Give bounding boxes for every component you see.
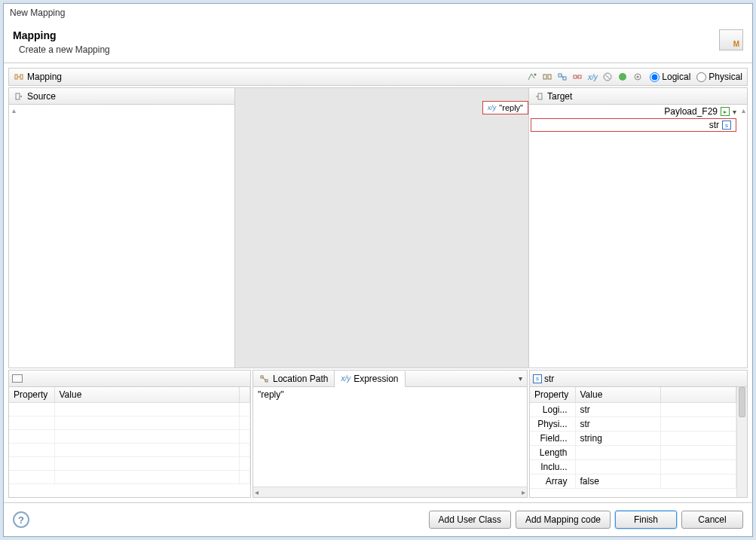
left-panel-body: Property Value [9, 387, 250, 497]
str-label: str [709, 120, 719, 130]
table-row [9, 444, 250, 457]
physical-radio[interactable] [696, 72, 706, 82]
right-panel-title: str [544, 374, 554, 384]
expression-node-reply[interactable]: x/y "reply" [482, 101, 528, 114]
table-row [9, 457, 250, 471]
table-row[interactable]: Inclu... [530, 460, 736, 474]
svg-rect-9 [574, 75, 577, 78]
toolbar-left: Mapping [14, 72, 62, 82]
str-type-icon: s [722, 121, 731, 130]
left-property-panel: Property Value [8, 370, 251, 498]
svg-rect-1 [20, 75, 23, 79]
content-area: Mapping x/y Logical Physical [4, 63, 752, 502]
vscrollbar[interactable] [736, 387, 747, 497]
str-header-icon: s [533, 374, 542, 383]
mapping-icon [14, 72, 24, 82]
svg-rect-6 [559, 74, 562, 77]
header-text: Mapping Create a new Mapping [13, 29, 110, 55]
panel-box-icon [12, 374, 23, 383]
table-row[interactable]: Length [530, 446, 736, 460]
svg-rect-17 [16, 93, 20, 99]
target-str-row[interactable]: str s [531, 118, 736, 132]
target-column: Target ▴ Payload_F29 ▸ ▾ str [528, 88, 747, 368]
tool-icon-1[interactable] [526, 71, 538, 83]
reply-node-label: "reply" [499, 103, 523, 112]
svg-rect-0 [15, 75, 17, 79]
target-title: Target [547, 91, 572, 102]
expression-panel: Location Path x/y Expression ▾ "reply" ◂… [253, 370, 528, 498]
right-property-panel: s str Property Value Logi...str Physi...… [529, 370, 748, 498]
tool-icon-6[interactable] [601, 71, 614, 83]
middle-column: x/y "reply" [235, 88, 528, 368]
table-row [9, 403, 250, 416]
view-mode-logical[interactable]: Logical [650, 72, 690, 82]
source-icon [14, 91, 24, 102]
left-panel-header [9, 371, 250, 387]
svg-rect-10 [578, 75, 581, 78]
table-row[interactable]: Logi...str [530, 403, 736, 417]
logical-radio[interactable] [650, 72, 660, 82]
right-col-value[interactable]: Value [575, 387, 661, 403]
collapse-arrow-icon[interactable]: ▴ [9, 105, 234, 116]
tool-icon-3[interactable] [556, 71, 568, 83]
tool-icon-2[interactable] [541, 71, 553, 83]
xy-icon[interactable]: x/y [586, 71, 598, 83]
hscrollbar[interactable]: ◂ ▸ [253, 487, 527, 497]
target-body[interactable]: ▴ Payload_F29 ▸ ▾ str s [529, 105, 747, 368]
target-payload-row[interactable]: Payload_F29 ▸ ▾ [529, 105, 747, 118]
left-property-table: Property Value [9, 387, 250, 484]
bottom-panels: Property Value [8, 370, 748, 498]
svg-rect-20 [265, 380, 268, 382]
help-button[interactable]: ? [13, 511, 29, 528]
table-row[interactable]: Physi...str [530, 417, 736, 432]
add-mapping-code-button[interactable]: Add Mapping code [516, 511, 611, 529]
expression-tabbar: Location Path x/y Expression ▾ [253, 371, 527, 387]
tab-dropdown-icon[interactable]: ▾ [519, 374, 527, 383]
toolbar-label: Mapping [27, 72, 62, 82]
table-row[interactable]: Field...string [530, 432, 736, 446]
mapping-toolbar: Mapping x/y Logical Physical [8, 68, 748, 86]
expression-body[interactable]: "reply" ◂ ▸ [253, 387, 527, 497]
right-property-table: Property Value Logi...str Physi...str Fi… [530, 387, 736, 489]
scroll-right-icon[interactable]: ▸ [522, 488, 525, 496]
dialog-footer: ? Add User Class Add Mapping code Finish… [4, 502, 752, 536]
left-col-property[interactable]: Property [9, 387, 54, 403]
payload-badge-icon: ▸ [721, 107, 730, 116]
location-path-icon [259, 374, 270, 384]
source-body[interactable]: ▴ [9, 105, 234, 368]
vscroll-thumb[interactable] [739, 387, 745, 417]
right-panel-header: s str [530, 371, 747, 387]
finish-button[interactable]: Finish [615, 511, 677, 529]
right-col-property[interactable]: Property [530, 387, 575, 403]
tool-icon-4[interactable] [571, 71, 583, 83]
green-dot-icon[interactable] [617, 71, 629, 83]
window-title: New Mapping [10, 8, 65, 18]
scroll-left-icon[interactable]: ◂ [255, 488, 259, 496]
svg-line-21 [263, 377, 265, 380]
source-header: Source [9, 88, 234, 105]
gear-icon[interactable] [632, 71, 644, 83]
table-row [9, 471, 250, 484]
svg-point-14 [619, 73, 626, 81]
dialog-window: New Mapping Mapping Create a new Mapping… [3, 3, 753, 537]
svg-rect-19 [261, 376, 263, 378]
svg-rect-5 [548, 75, 551, 79]
page-subtitle: Create a new Mapping [19, 44, 110, 55]
tab-location-path[interactable]: Location Path [253, 371, 335, 386]
view-mode-physical[interactable]: Physical [696, 72, 742, 82]
table-row[interactable]: Arrayfalse [530, 474, 736, 489]
add-user-class-button[interactable]: Add User Class [429, 511, 511, 529]
svg-point-16 [637, 76, 639, 78]
left-col-value[interactable]: Value [54, 387, 240, 403]
xy-mini-icon: x/y [488, 104, 497, 111]
menu-arrow-icon[interactable]: ▾ [733, 108, 736, 116]
target-icon [534, 91, 544, 102]
right-panel-body: Property Value Logi...str Physi...str Fi… [530, 387, 747, 497]
table-row [9, 430, 250, 444]
table-row [9, 416, 250, 430]
target-content: Payload_F29 ▸ ▾ str s [529, 105, 747, 132]
cancel-button[interactable]: Cancel [681, 511, 743, 529]
right-col-blank [661, 387, 736, 403]
tab-expression[interactable]: x/y Expression [335, 371, 405, 387]
expression-value: "reply" [258, 389, 284, 400]
